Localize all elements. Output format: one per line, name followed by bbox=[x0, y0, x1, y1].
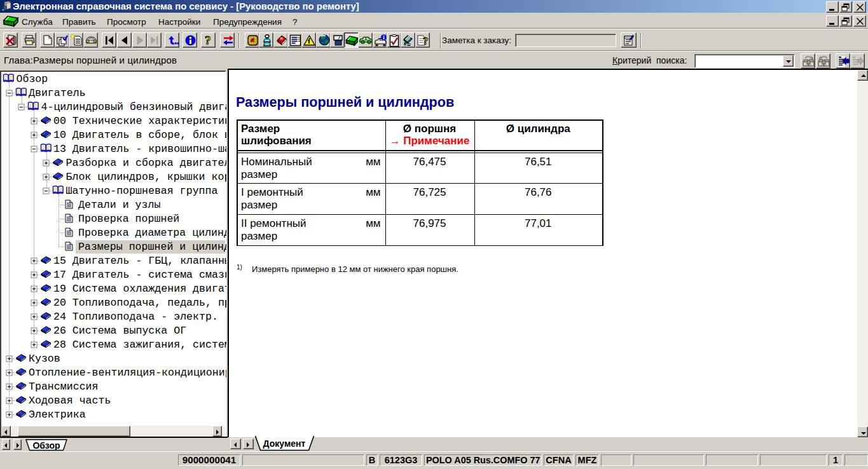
svg-text:Обзор: Обзор bbox=[32, 440, 60, 451]
svg-text:Документ: Документ bbox=[263, 438, 306, 449]
svg-text:?: ? bbox=[423, 35, 429, 47]
svg-text:?: ? bbox=[205, 34, 211, 47]
